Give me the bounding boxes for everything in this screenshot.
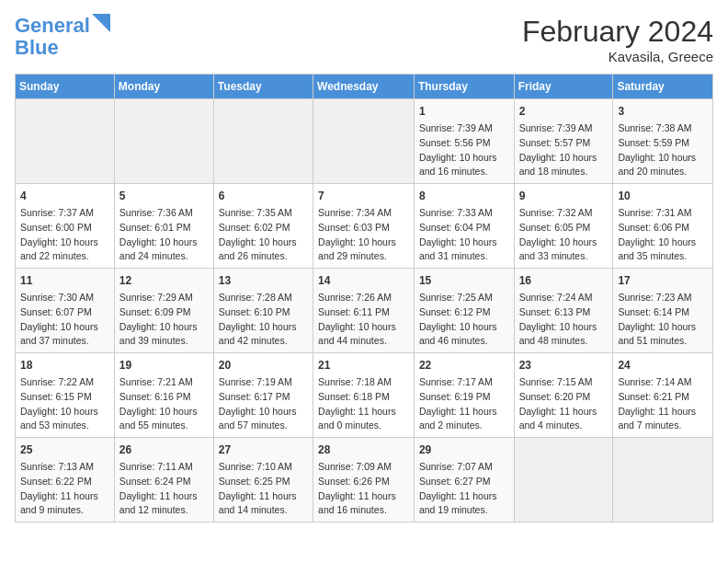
- day-number: 1: [419, 103, 509, 120]
- day-info: Daylight: 10 hours: [20, 320, 109, 335]
- day-info: and 46 minutes.: [419, 334, 509, 349]
- calendar-cell: 19Sunrise: 7:21 AMSunset: 6:16 PMDayligh…: [114, 353, 213, 438]
- day-number: 28: [318, 442, 409, 458]
- calendar-table: SundayMondayTuesdayWednesdayThursdayFrid…: [15, 74, 713, 523]
- calendar-cell: 12Sunrise: 7:29 AMSunset: 6:09 PMDayligh…: [114, 269, 213, 353]
- day-info: Sunrise: 7:34 AM: [318, 206, 409, 221]
- day-info: Daylight: 10 hours: [219, 405, 308, 419]
- weekday-header: Tuesday: [213, 75, 313, 99]
- day-info: and 14 minutes.: [219, 503, 308, 518]
- calendar-cell: 4Sunrise: 7:37 AMSunset: 6:00 PMDaylight…: [16, 184, 115, 269]
- day-number: 8: [419, 188, 509, 204]
- calendar-title: February 2024: [522, 15, 713, 49]
- day-number: 14: [318, 272, 409, 289]
- day-info: and 24 minutes.: [119, 249, 209, 264]
- day-info: Sunset: 6:14 PM: [618, 305, 708, 320]
- day-info: Sunrise: 7:15 AM: [519, 375, 609, 390]
- day-info: Sunset: 6:01 PM: [119, 221, 209, 236]
- day-info: Daylight: 11 hours: [419, 489, 509, 504]
- day-info: Sunset: 6:17 PM: [219, 390, 308, 405]
- calendar-cell: [213, 99, 313, 184]
- day-info: Daylight: 10 hours: [219, 320, 308, 335]
- day-info: and 19 minutes.: [419, 503, 509, 518]
- day-info: Sunrise: 7:11 AM: [119, 460, 209, 475]
- day-info: Sunset: 6:15 PM: [20, 390, 109, 405]
- day-info: Sunset: 6:13 PM: [519, 305, 609, 320]
- day-number: 5: [119, 188, 209, 204]
- weekday-header: Thursday: [414, 75, 514, 99]
- day-info: Sunset: 6:19 PM: [419, 390, 509, 405]
- day-info: Sunrise: 7:07 AM: [419, 460, 509, 475]
- calendar-cell: 27Sunrise: 7:10 AMSunset: 6:25 PMDayligh…: [213, 438, 313, 523]
- day-info: Sunrise: 7:22 AM: [20, 375, 109, 390]
- day-info: Sunrise: 7:31 AM: [618, 206, 708, 221]
- day-info: Sunrise: 7:09 AM: [318, 460, 409, 475]
- day-info: Sunset: 6:25 PM: [219, 475, 308, 489]
- weekday-header: Saturday: [613, 75, 713, 99]
- day-number: 6: [219, 188, 308, 204]
- day-number: 11: [20, 272, 109, 289]
- day-info: and 57 minutes.: [219, 419, 308, 433]
- calendar-cell: [114, 99, 213, 184]
- day-info: Sunrise: 7:29 AM: [119, 291, 209, 305]
- day-info: and 20 minutes.: [618, 165, 708, 179]
- day-info: and 51 minutes.: [618, 334, 708, 349]
- day-info: Sunrise: 7:37 AM: [20, 206, 109, 221]
- day-info: Sunset: 6:22 PM: [20, 475, 109, 489]
- calendar-cell: 3Sunrise: 7:38 AMSunset: 5:59 PMDaylight…: [613, 99, 713, 184]
- day-number: 13: [219, 272, 308, 289]
- day-info: Sunset: 6:11 PM: [318, 305, 409, 320]
- calendar-cell: 8Sunrise: 7:33 AMSunset: 6:04 PMDaylight…: [414, 184, 514, 269]
- day-info: Sunrise: 7:26 AM: [318, 291, 409, 305]
- day-info: Sunset: 5:56 PM: [419, 136, 509, 151]
- day-info: Daylight: 10 hours: [618, 320, 708, 335]
- day-info: and 16 minutes.: [318, 503, 409, 518]
- day-info: Daylight: 10 hours: [519, 236, 609, 250]
- day-info: Sunset: 6:00 PM: [20, 221, 109, 236]
- calendar-cell: 18Sunrise: 7:22 AMSunset: 6:15 PMDayligh…: [16, 353, 115, 438]
- day-info: Sunset: 6:07 PM: [20, 305, 109, 320]
- day-info: Sunset: 6:02 PM: [219, 221, 308, 236]
- day-number: 19: [119, 357, 209, 373]
- day-info: Daylight: 10 hours: [618, 151, 708, 166]
- day-info: and 9 minutes.: [20, 503, 109, 518]
- day-info: Sunrise: 7:17 AM: [419, 375, 509, 390]
- day-info: Daylight: 11 hours: [618, 405, 708, 419]
- calendar-cell: 20Sunrise: 7:19 AMSunset: 6:17 PMDayligh…: [213, 353, 313, 438]
- calendar-week-row: 25Sunrise: 7:13 AMSunset: 6:22 PMDayligh…: [16, 438, 713, 523]
- calendar-cell: 7Sunrise: 7:34 AMSunset: 6:03 PMDaylight…: [313, 184, 415, 269]
- calendar-cell: 21Sunrise: 7:18 AMSunset: 6:18 PMDayligh…: [313, 353, 415, 438]
- day-number: 26: [119, 442, 209, 458]
- calendar-cell: 22Sunrise: 7:17 AMSunset: 6:19 PMDayligh…: [414, 353, 514, 438]
- day-info: and 2 minutes.: [419, 419, 509, 433]
- day-number: 27: [219, 442, 308, 458]
- day-info: Sunset: 6:05 PM: [519, 221, 609, 236]
- day-info: Sunset: 6:26 PM: [318, 475, 409, 489]
- calendar-cell: [313, 99, 415, 184]
- day-info: Sunset: 6:09 PM: [119, 305, 209, 320]
- day-info: Daylight: 10 hours: [119, 405, 209, 419]
- day-number: 21: [318, 357, 409, 373]
- day-number: 29: [419, 442, 509, 458]
- day-info: Sunrise: 7:28 AM: [219, 291, 308, 305]
- day-info: Sunrise: 7:21 AM: [119, 375, 209, 390]
- calendar-subtitle: Kavasila, Greece: [522, 49, 713, 64]
- day-info: Sunset: 5:59 PM: [618, 136, 708, 151]
- day-info: and 29 minutes.: [318, 249, 409, 264]
- day-info: and 33 minutes.: [519, 249, 609, 264]
- day-number: 9: [519, 188, 609, 204]
- day-number: 2: [519, 103, 609, 120]
- day-info: Sunset: 6:06 PM: [618, 221, 708, 236]
- title-block: February 2024 Kavasila, Greece: [522, 15, 713, 64]
- day-info: Daylight: 10 hours: [519, 320, 609, 335]
- day-number: 15: [419, 272, 509, 289]
- day-info: Daylight: 10 hours: [20, 405, 109, 419]
- day-info: Daylight: 10 hours: [618, 236, 708, 250]
- day-info: and 4 minutes.: [519, 419, 609, 433]
- day-info: Sunset: 6:20 PM: [519, 390, 609, 405]
- day-number: 18: [20, 357, 109, 373]
- calendar-cell: [514, 438, 613, 523]
- day-info: Sunrise: 7:30 AM: [20, 291, 109, 305]
- day-info: and 48 minutes.: [519, 334, 609, 349]
- day-number: 4: [20, 188, 109, 204]
